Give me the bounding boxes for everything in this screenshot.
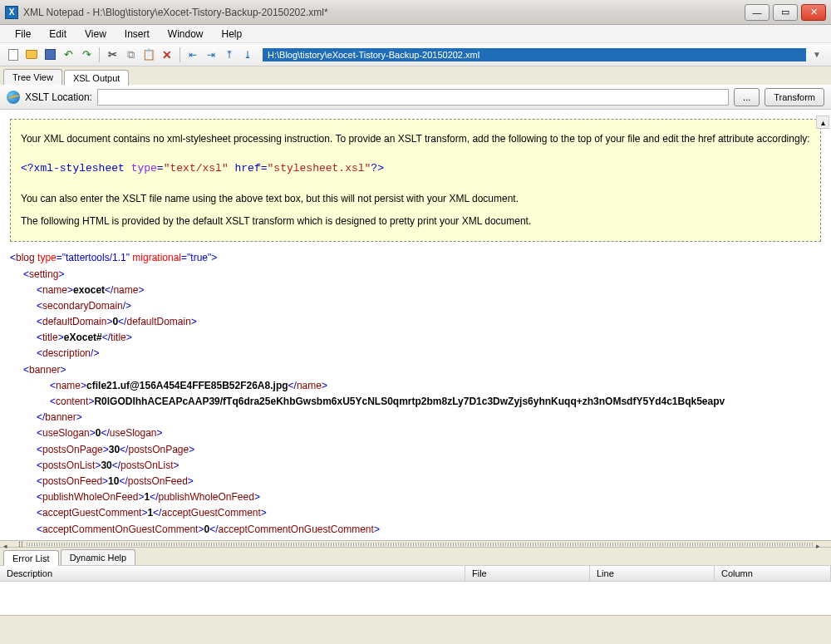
new-file-icon[interactable] <box>5 47 22 63</box>
scroll-left-icon[interactable]: ◂ <box>3 542 15 547</box>
notice-p3: The following HTML is provided by the de… <box>21 214 810 229</box>
xml-output: <blog type="tattertools/1.1" migrational… <box>10 250 821 540</box>
cut-icon[interactable]: ✂ <box>104 47 120 63</box>
nudge-up-icon[interactable]: ⤒ <box>221 47 238 63</box>
title-bar: X XML Notepad - H:\Blog\tistory\eXocet-T… <box>0 0 831 25</box>
scroll-right-icon[interactable]: ▸ <box>816 542 828 547</box>
xslt-location-label: XSLT Location: <box>25 91 92 103</box>
main-tabs: Tree View XSL Output <box>0 66 831 85</box>
xslt-location-bar: XSLT Location: ... Transform <box>0 85 831 110</box>
maximize-button[interactable]: ▭ <box>773 4 798 21</box>
copy-icon[interactable]: ⧉ <box>122 47 139 63</box>
error-list-body <box>0 582 831 615</box>
toolbar: ↶ ↷ ✂ ⧉ 📋 ✕ ⇤ ⇥ ⤒ ⤓ H:\Blog\tistory\eXoc… <box>0 43 831 66</box>
app-icon: X <box>5 6 18 19</box>
bottom-tabs: Error List Dynamic Help <box>0 547 831 565</box>
toolbar-separator <box>179 47 180 62</box>
col-file[interactable]: File <box>465 566 590 581</box>
menu-help[interactable]: Help <box>214 27 251 42</box>
col-description[interactable]: Description <box>0 566 465 581</box>
output-pane: ▴ Your XML document contains no xml-styl… <box>0 110 831 540</box>
notice-p2: You can also enter the XSLT file name us… <box>21 191 810 207</box>
scroll-up-icon[interactable]: ▴ <box>816 116 829 129</box>
toolbar-separator <box>99 47 100 62</box>
menu-insert[interactable]: Insert <box>116 27 158 42</box>
paste-icon[interactable]: 📋 <box>140 47 157 63</box>
tab-xsl-output[interactable]: XSL Output <box>64 70 129 86</box>
browse-button[interactable]: ... <box>734 88 760 106</box>
col-column[interactable]: Column <box>715 566 831 581</box>
menu-file[interactable]: File <box>7 27 39 42</box>
undo-icon[interactable]: ↶ <box>60 47 76 63</box>
open-file-icon[interactable] <box>23 47 40 63</box>
nudge-down-icon[interactable]: ⤓ <box>239 47 256 63</box>
status-bar <box>0 615 831 634</box>
error-list-header: Description File Line Column <box>0 565 831 582</box>
notice-p1: Your XML document contains no xml-styles… <box>21 131 810 147</box>
delete-icon[interactable]: ✕ <box>159 47 175 63</box>
horizontal-scroll[interactable]: ◂ ⁞⁞ ▸ <box>0 540 831 547</box>
transform-button[interactable]: Transform <box>765 88 824 106</box>
menu-window[interactable]: Window <box>160 27 212 42</box>
tab-dynamic-help[interactable]: Dynamic Help <box>61 549 135 565</box>
menu-view[interactable]: View <box>76 27 115 42</box>
stylesheet-notice: Your XML document contains no xml-styles… <box>10 119 821 242</box>
close-button[interactable]: ✕ <box>801 4 826 21</box>
nudge-left-icon[interactable]: ⇤ <box>184 47 201 63</box>
menu-bar: File Edit View Insert Window Help <box>0 25 831 43</box>
file-path-field[interactable]: H:\Blog\tistory\eXocet-Tistory-Backup-20… <box>263 48 806 61</box>
nudge-right-icon[interactable]: ⇥ <box>203 47 219 63</box>
path-dropdown-icon[interactable]: ▼ <box>813 50 826 59</box>
menu-edit[interactable]: Edit <box>41 27 75 42</box>
ie-icon <box>7 91 20 104</box>
minimize-button[interactable]: — <box>745 4 770 21</box>
notice-code: <?xml-stylesheet type="text/xsl" href="s… <box>21 160 810 178</box>
tab-error-list[interactable]: Error List <box>3 550 59 566</box>
redo-icon[interactable]: ↷ <box>78 47 95 63</box>
tab-tree-view[interactable]: Tree View <box>3 69 62 85</box>
col-line[interactable]: Line <box>590 566 715 581</box>
xslt-location-input[interactable] <box>97 89 729 106</box>
window-title: XML Notepad - H:\Blog\tistory\eXocet-Tis… <box>23 7 745 18</box>
save-file-icon[interactable] <box>42 47 58 63</box>
